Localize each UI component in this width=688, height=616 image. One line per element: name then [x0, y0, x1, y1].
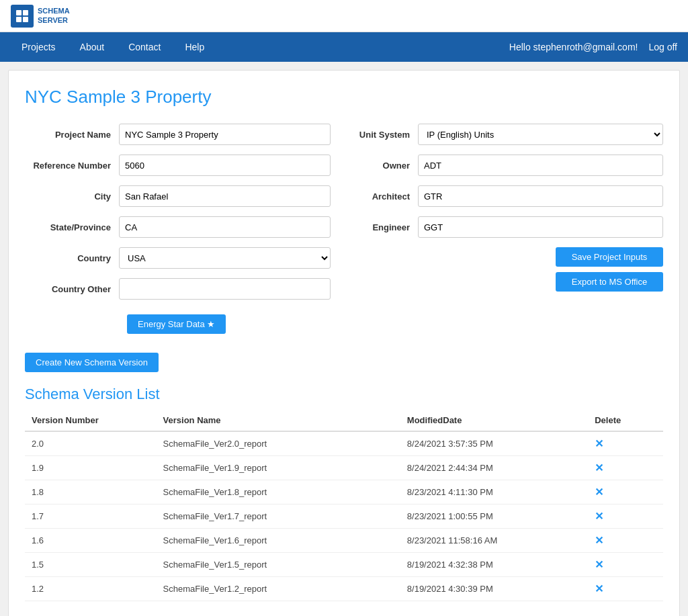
engineer-input[interactable]	[418, 216, 663, 238]
cell-name-5: SchemaFile_Ver1.5_report	[157, 553, 400, 577]
right-buttons: Save Project Inputs Export to MS Office	[357, 247, 663, 292]
row-city: City	[25, 185, 331, 207]
table-row: 2.0SchemaFile_Ver2.0_report8/24/2021 3:5…	[25, 431, 663, 456]
cell-name-2: SchemaFile_Ver1.8_report	[157, 480, 400, 504]
save-project-button[interactable]: Save Project Inputs	[556, 247, 663, 267]
state-input[interactable]	[119, 216, 331, 238]
logo-bar: SCHEMA SERVER	[0, 0, 688, 32]
cell-version-2: 1.8	[25, 480, 157, 504]
row-reference-number: Reference Number	[25, 155, 331, 176]
row-owner: Owner	[357, 155, 663, 176]
cell-version-3: 1.7	[25, 504, 157, 529]
row-project-name: Project Name	[25, 124, 331, 145]
cell-name-1: SchemaFile_Ver1.9_report	[157, 456, 400, 480]
delete-icon-4[interactable]: ✕	[595, 535, 603, 546]
table-row: 1.8SchemaFile_Ver1.8_report8/23/2021 4:1…	[25, 480, 663, 504]
nav-projects[interactable]: Projects	[11, 35, 67, 59]
reference-number-input[interactable]	[119, 155, 331, 176]
page-title: NYC Sample 3 Property	[25, 87, 663, 107]
cell-version-1: 1.9	[25, 456, 157, 480]
export-button[interactable]: Export to MS Office	[556, 272, 663, 292]
row-country: Country USA Canada Mexico Other	[25, 247, 331, 269]
unit-system-label: Unit System	[357, 130, 418, 140]
svg-rect-0	[16, 10, 22, 15]
nav-right: Hello stephenroth@gmail.com! Log off	[509, 42, 677, 52]
engineer-label: Engineer	[357, 222, 418, 232]
delete-icon-1[interactable]: ✕	[595, 462, 603, 474]
cell-version-5: 1.5	[25, 553, 157, 577]
nav-contact[interactable]: Contact	[118, 35, 171, 59]
cell-name-6: SchemaFile_Ver1.2_report	[157, 577, 400, 601]
svg-rect-1	[23, 10, 28, 15]
cell-date-0: 8/24/2021 3:57:35 PM	[400, 431, 588, 456]
table-header-row: Version Number Version Name ModifiedDate…	[25, 410, 663, 431]
col-header-name: Version Name	[157, 410, 400, 431]
delete-icon-6[interactable]: ✕	[595, 583, 603, 595]
owner-label: Owner	[357, 161, 418, 171]
logoff-link[interactable]: Log off	[648, 42, 677, 52]
form-left: Project Name Reference Number City State…	[25, 124, 331, 342]
country-other-label: Country Other	[25, 284, 119, 294]
cell-delete-3: ✕	[588, 504, 663, 529]
schema-list-title: Schema Version List	[25, 386, 663, 403]
form-section: Project Name Reference Number City State…	[25, 124, 663, 342]
logo-icon	[11, 5, 34, 28]
row-unit-system: Unit System IP (English) Units SI (Metri…	[357, 124, 663, 145]
col-header-delete: Delete	[588, 410, 663, 431]
greeting-text: Hello stephenroth@gmail.com!	[509, 42, 638, 52]
cell-delete-4: ✕	[588, 529, 663, 553]
owner-input[interactable]	[418, 155, 663, 176]
cell-delete-6: ✕	[588, 577, 663, 601]
row-state: State/Province	[25, 216, 331, 238]
city-input[interactable]	[119, 185, 331, 207]
logo-text: SCHEMA SERVER	[38, 7, 70, 24]
cell-delete-5: ✕	[588, 553, 663, 577]
project-name-input[interactable]	[119, 124, 331, 145]
nav-about[interactable]: About	[69, 35, 116, 59]
cell-date-6: 8/19/2021 4:30:39 PM	[400, 577, 588, 601]
state-label: State/Province	[25, 222, 119, 232]
table-row: 1.7SchemaFile_Ver1.7_report8/23/2021 1:0…	[25, 504, 663, 529]
country-select[interactable]: USA Canada Mexico Other	[119, 247, 331, 269]
cell-version-6: 1.2	[25, 577, 157, 601]
svg-rect-3	[23, 17, 28, 22]
cell-delete-2: ✕	[588, 480, 663, 504]
unit-system-select[interactable]: IP (English) Units SI (Metric) Units	[418, 124, 663, 145]
nav-help[interactable]: Help	[174, 35, 215, 59]
city-label: City	[25, 191, 119, 202]
table-row: 1.5SchemaFile_Ver1.5_report8/19/2021 4:3…	[25, 553, 663, 577]
energy-star-button[interactable]: Energy Star Data ★	[127, 314, 226, 334]
col-header-date: ModifiedDate	[400, 410, 588, 431]
cell-delete-0: ✕	[588, 431, 663, 456]
cell-date-5: 8/19/2021 4:32:38 PM	[400, 553, 588, 577]
architect-label: Architect	[357, 191, 418, 202]
country-label: Country	[25, 253, 119, 263]
delete-icon-0[interactable]: ✕	[595, 438, 603, 449]
nav-items: Projects About Contact Help	[11, 35, 509, 59]
row-engineer: Engineer	[357, 216, 663, 238]
create-schema-button[interactable]: Create New Schema Version	[25, 353, 159, 372]
nav-bar: Projects About Contact Help Hello stephe…	[0, 32, 688, 62]
col-header-version: Version Number	[25, 410, 157, 431]
cell-delete-1: ✕	[588, 456, 663, 480]
delete-icon-3[interactable]: ✕	[595, 511, 603, 522]
row-country-other: Country Other	[25, 278, 331, 300]
reference-number-label: Reference Number	[25, 161, 119, 171]
cell-name-0: SchemaFile_Ver2.0_report	[157, 431, 400, 456]
logo: SCHEMA SERVER	[11, 5, 70, 28]
delete-icon-2[interactable]: ✕	[595, 486, 603, 498]
cell-date-1: 8/24/2021 2:44:34 PM	[400, 456, 588, 480]
row-architect: Architect	[357, 185, 663, 207]
architect-input[interactable]	[418, 185, 663, 207]
table-row: 1.9SchemaFile_Ver1.9_report8/24/2021 2:4…	[25, 456, 663, 480]
cell-date-3: 8/23/2021 1:00:55 PM	[400, 504, 588, 529]
country-other-input[interactable]	[119, 278, 331, 300]
cell-date-4: 8/23/2021 11:58:16 AM	[400, 529, 588, 553]
delete-icon-5[interactable]: ✕	[595, 559, 603, 570]
cell-name-4: SchemaFile_Ver1.6_report	[157, 529, 400, 553]
cell-date-2: 8/23/2021 4:11:30 PM	[400, 480, 588, 504]
cell-version-0: 2.0	[25, 431, 157, 456]
cell-name-3: SchemaFile_Ver1.7_report	[157, 504, 400, 529]
svg-rect-2	[16, 17, 22, 22]
table-row: 1.2SchemaFile_Ver1.2_report8/19/2021 4:3…	[25, 577, 663, 601]
